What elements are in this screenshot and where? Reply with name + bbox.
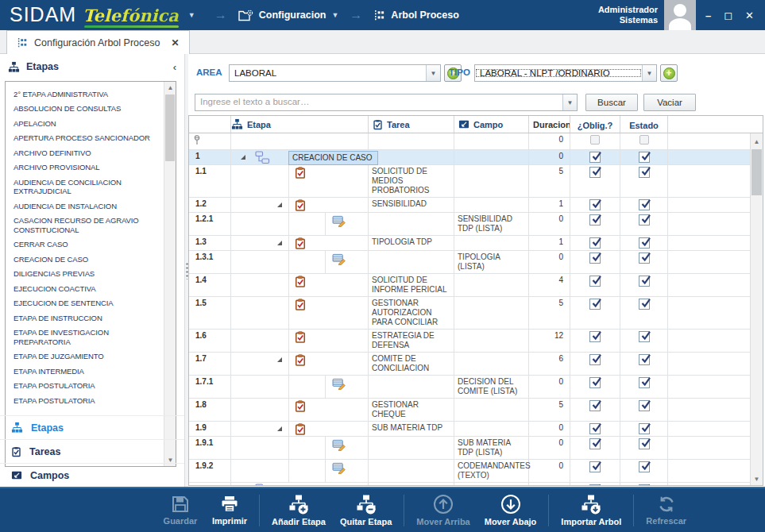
imprimir-button[interactable]: Imprimir (205, 490, 254, 531)
chevron-down-icon[interactable]: ▼ (562, 94, 577, 110)
chevron-down-icon[interactable]: ▼ (642, 65, 656, 81)
table-row[interactable]: 1.8GESTIONAR CHEQUE5 (189, 399, 750, 422)
list-item[interactable]: ETAPA DE JUZGAMIENTO (6, 349, 164, 364)
table-row[interactable]: 1.2SENSIBILIDAD1 (189, 198, 750, 213)
table-row[interactable]: 1.6ESTRATEGIA DE DEFENSA12 (189, 330, 750, 353)
checkbox[interactable] (589, 237, 601, 249)
checkbox[interactable] (639, 331, 650, 342)
scroll-thumb[interactable] (165, 94, 175, 161)
list-item[interactable]: EJECUCION COACTIVA (6, 281, 164, 296)
checkbox[interactable] (639, 400, 650, 411)
importar-arbol-button[interactable]: Importar Arbol (554, 490, 628, 531)
list-item[interactable]: ETAPA INTERMEDIA (6, 364, 164, 379)
avatar[interactable] (664, 0, 696, 30)
checkbox[interactable] (639, 354, 650, 365)
checkbox[interactable] (639, 167, 650, 178)
maximize-button[interactable]: ◻ (724, 10, 732, 21)
buscar-button[interactable]: Buscar (585, 94, 638, 111)
sidebar-scrollbar[interactable]: ▲ ▼ (164, 82, 176, 466)
list-item[interactable]: ETAPA DE INSTRUCCION (6, 310, 164, 326)
scroll-up-icon[interactable]: ▲ (751, 135, 763, 148)
checkbox[interactable] (589, 276, 601, 287)
sidebar-item-etapas[interactable]: Etapas (0, 415, 184, 439)
column-header-empty[interactable] (189, 116, 231, 133)
list-item[interactable]: AUDIENCIA DE INSTALACION (6, 199, 164, 214)
add-tipo-button[interactable]: + (660, 64, 678, 82)
checkbox[interactable] (589, 299, 601, 310)
checkbox[interactable] (639, 438, 650, 449)
checkbox[interactable] (589, 214, 601, 226)
column-header-oblig[interactable]: ¿Oblig.? (570, 116, 620, 133)
expander-icon[interactable] (241, 155, 245, 160)
column-header-tarea[interactable]: Tarea (369, 116, 454, 133)
checkbox[interactable] (639, 461, 650, 472)
table-row[interactable]: 1.3TIPOLOGIA TDP1 (189, 236, 750, 251)
scroll-up-icon[interactable]: ▲ (164, 82, 176, 94)
breadcrumb-arbol-proceso[interactable]: Arbol Proceso (373, 10, 458, 21)
checkbox[interactable] (639, 276, 650, 287)
vaciar-button[interactable]: Vaciar (643, 94, 696, 111)
a-adir-etapa-button[interactable]: Añadir Etapa (265, 490, 333, 531)
checkbox[interactable] (589, 484, 601, 485)
checkbox[interactable] (639, 377, 650, 388)
list-item[interactable]: DILIGENCIAS PREVIAS (6, 267, 164, 282)
table-row[interactable]: 1.4SOLICITUD DE INFORME PERICIAL4 (189, 274, 750, 297)
table-row[interactable]: 1.9.1SUB MATERIA TDP (LISTA)0 (189, 437, 750, 460)
checkbox[interactable] (589, 423, 601, 434)
checkbox[interactable] (589, 152, 601, 163)
chevron-down-icon[interactable]: ▼ (188, 11, 195, 19)
expander-icon[interactable] (277, 357, 282, 362)
table-row[interactable]: 1.9.2CODEMANDANTES (TEXTO)0 (189, 460, 750, 483)
list-item[interactable]: CASACION RECURSO DE AGRAVIO CONSTITUCION… (6, 214, 164, 237)
list-item[interactable]: CREACION DE CASO (6, 252, 164, 267)
tipo-combobox[interactable]: LABORAL - NLPT /ORDINARIO ▼ (474, 64, 657, 82)
checkbox[interactable] (639, 214, 650, 226)
tab-close-icon[interactable]: ✕ (171, 37, 179, 48)
list-item[interactable]: ARCHIVO DEFINITIVO (6, 145, 164, 160)
column-header-campo[interactable]: Campo (454, 116, 529, 133)
list-item[interactable]: CERRAR CASO (6, 237, 164, 253)
search-input[interactable]: Ingrese el texto a buscar… ▼ (195, 94, 578, 111)
mover-abajo-button[interactable]: Mover Abajo (477, 490, 544, 531)
grid-scrollbar[interactable]: ▲ ▼ (750, 133, 763, 485)
sidebar-item-tareas[interactable]: Tareas (0, 439, 184, 463)
list-item[interactable]: ABSOLUCION DE CONSULTAS (6, 102, 164, 117)
list-item[interactable]: EJECUCION DE SENTENCIA (6, 296, 164, 311)
breadcrumb-configuracion[interactable]: Configuracion ▼ (238, 10, 339, 21)
close-button[interactable]: ✕ (745, 10, 754, 21)
tab-configuracion-arbol-proceso[interactable]: Configuración Arbol Proceso ✕ (6, 30, 190, 54)
checkbox[interactable] (589, 354, 601, 365)
scroll-thumb[interactable] (751, 149, 762, 195)
checkbox[interactable] (639, 484, 650, 485)
table-row[interactable]: 1.1SOLICITUD DE MEDIOS PROBATORIOS5 (189, 165, 750, 198)
checkbox[interactable] (639, 152, 650, 163)
checkbox[interactable] (589, 253, 601, 264)
list-item[interactable]: ETAPA DE INVESTIGACION PREPARATORIA (6, 326, 164, 349)
filter-row[interactable]: 0 (189, 133, 750, 150)
area-combobox[interactable]: LABORAL ▼ (229, 64, 441, 82)
list-item[interactable]: ARCHIVO PROVISIONAL (6, 160, 164, 175)
table-row[interactable]: 1.5GESTIONAR AUTORIZACION PARA CONCILIAR… (189, 297, 750, 330)
list-item[interactable]: ETAPA POSTULATORIA (6, 379, 164, 394)
list-item[interactable]: APELACION (6, 116, 164, 131)
column-header-etapa[interactable]: Etapa (231, 116, 369, 133)
checkbox[interactable] (639, 423, 650, 434)
checkbox[interactable] (589, 167, 601, 178)
checkbox[interactable] (639, 237, 650, 249)
table-row[interactable]: 1.7COMITE DE CONCILIACION6 (189, 353, 750, 376)
list-item[interactable]: ETAPA POSTULATORIA (6, 393, 164, 408)
expander-icon[interactable] (277, 241, 282, 245)
table-row[interactable]: 1CREACION DE CASO0 (189, 150, 750, 165)
expander-icon[interactable] (277, 426, 282, 431)
checkbox[interactable] (589, 377, 601, 388)
list-item[interactable]: 2° ETAPA ADMINISTRATIVA (6, 87, 164, 102)
checkbox[interactable] (589, 331, 601, 342)
checkbox[interactable] (589, 438, 601, 449)
checkbox[interactable] (589, 461, 601, 472)
table-row[interactable]: 1.7.1DECISION DEL COMITE (LISTA)0 (189, 376, 750, 399)
minimize-button[interactable]: – (705, 10, 711, 21)
checkbox[interactable] (639, 299, 650, 310)
column-header-empty[interactable] (668, 116, 763, 133)
quitar-etapa-button[interactable]: Quitar Etapa (333, 490, 399, 531)
table-row[interactable]: 1.3.1TIPOLOGIA (LISTA)0 (189, 251, 750, 274)
